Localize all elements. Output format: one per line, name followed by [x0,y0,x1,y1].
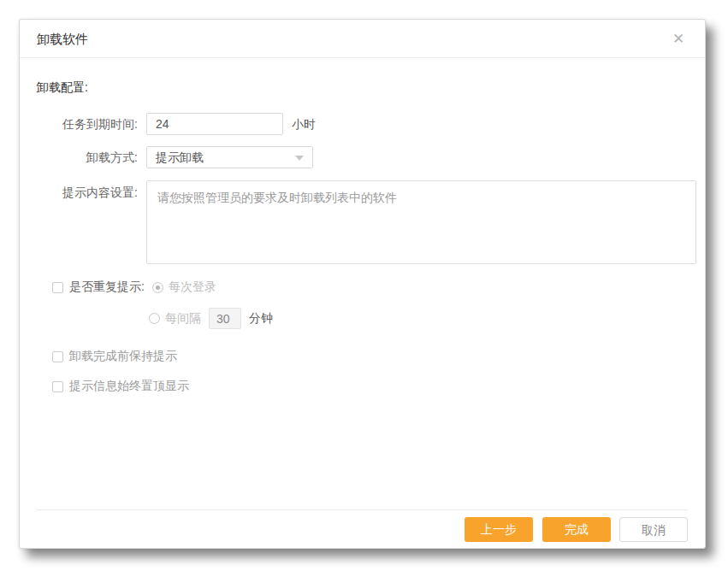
prompt-content-textarea[interactable]: 请您按照管理员的要求及时卸载列表中的软件 [146,180,696,264]
uninstall-method-select[interactable]: 提示卸载 [146,146,313,168]
always-on-top-row: 提示信息始终置顶显示 [52,378,189,395]
repeat-prompt-label: 是否重复提示: [69,280,145,295]
uninstall-method-value: 提示卸载 [156,150,204,164]
chevron-down-icon [295,156,304,161]
always-on-top-label: 提示信息始终置顶显示 [69,379,189,394]
interval-label: 每间隔 [165,311,201,327]
dialog-titlebar: 卸载软件 ✕ [20,20,705,58]
uninstall-method-label: 卸载方式: [37,146,138,168]
repeat-prompt-row: 是否重复提示: 每次登录 [52,279,216,296]
always-on-top-checkbox[interactable] [52,381,63,392]
prompt-content-label: 提示内容设置: [37,184,138,201]
cancel-button[interactable]: 取消 [619,517,688,542]
section-heading: 卸载配置: [37,80,88,96]
interval-unit-label: 分钟 [249,311,273,327]
interval-minutes-input[interactable] [209,308,241,329]
keep-prompt-checkbox[interactable] [52,351,63,362]
finish-button[interactable]: 完成 [542,517,611,542]
page-background: 卸载软件 ✕ 卸载配置: 任务到期时间: 小时 卸载方式: 提示卸载 提示内容设… [0,0,728,571]
keep-prompt-label: 卸载完成前保持提示 [69,349,177,364]
interval-radio[interactable] [149,313,160,324]
dialog-title: 卸载软件 [37,20,88,58]
repeat-prompt-checkbox[interactable] [52,282,63,293]
expire-time-label: 任务到期时间: [37,113,138,135]
every-login-radio[interactable] [152,282,163,293]
uninstall-software-dialog: 卸载软件 ✕ 卸载配置: 任务到期时间: 小时 卸载方式: 提示卸载 提示内容设… [19,19,706,549]
interval-row: 每间隔 分钟 [149,308,273,329]
expire-time-input[interactable] [146,113,283,135]
expire-time-unit: 小时 [292,113,316,135]
every-login-label: 每次登录 [169,280,216,295]
footer-divider [37,509,688,510]
keep-prompt-row: 卸载完成前保持提示 [52,348,177,365]
close-icon[interactable]: ✕ [669,20,688,58]
previous-step-button[interactable]: 上一步 [465,517,533,542]
